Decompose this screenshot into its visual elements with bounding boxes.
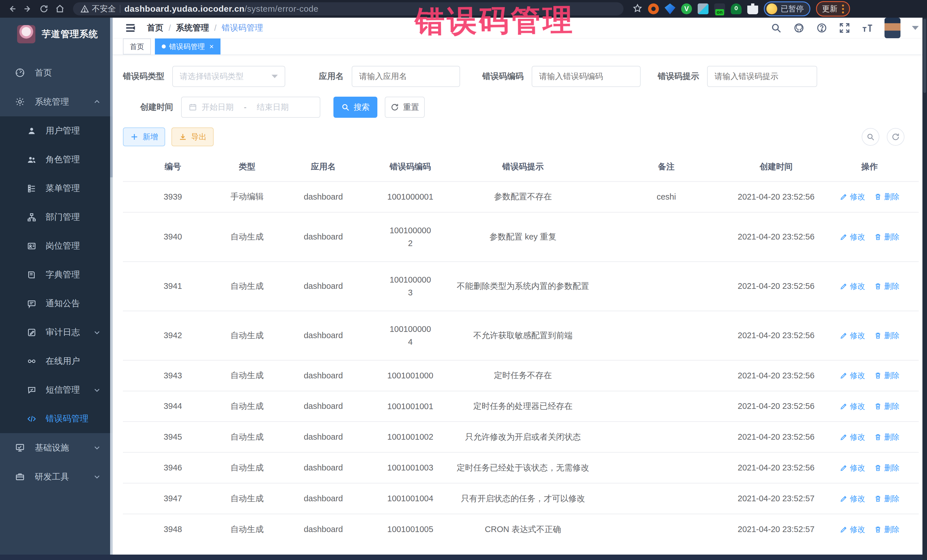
edit-icon	[840, 402, 848, 410]
reset-button[interactable]: 重置	[385, 97, 425, 118]
delete-link[interactable]: 删除	[874, 524, 900, 535]
font-size-icon[interactable]	[862, 22, 873, 33]
export-button[interactable]: 导出	[172, 127, 214, 146]
tag-home[interactable]: 首页	[123, 38, 151, 55]
app-logo[interactable]: 芋道管理系统	[0, 18, 112, 51]
github-icon[interactable]	[793, 22, 805, 33]
delete-link[interactable]: 删除	[874, 463, 900, 473]
cell-time: 2021-04-20 23:52:57	[732, 483, 820, 514]
bookmark-star-icon[interactable]	[633, 3, 642, 14]
not-secure-warning-icon[interactable]: 不安全	[81, 3, 116, 14]
extension-icon[interactable]	[731, 3, 742, 14]
add-button[interactable]: 新增	[123, 127, 165, 146]
sidebar-item-users[interactable]: 用户管理	[0, 116, 112, 145]
cell-code: 1001001002	[375, 422, 445, 452]
error-code-input[interactable]	[532, 66, 641, 87]
cell-time: 2021-04-20 23:52:56	[732, 311, 820, 360]
app-name-input[interactable]	[352, 66, 460, 87]
close-tag-icon[interactable]: ×	[209, 42, 214, 51]
sidebar-item-departments[interactable]: 部门管理	[0, 203, 112, 232]
edit-link[interactable]: 修改	[840, 401, 865, 411]
sidebar-item-error-code[interactable]: 错误码管理	[0, 404, 112, 433]
sidebar-item-infra[interactable]: 基础设施	[0, 433, 112, 462]
caret-down-icon[interactable]	[912, 26, 919, 30]
edit-label: 修改	[850, 493, 865, 504]
sidebar-item-online-users[interactable]: 在线用户	[0, 347, 112, 375]
cell-ops: 修改 删除	[820, 422, 919, 452]
sidebar-item-posts[interactable]: 岗位管理	[0, 232, 112, 260]
delete-link[interactable]: 删除	[874, 232, 900, 242]
sidebar-item-home[interactable]: 首页	[0, 58, 112, 87]
back-icon[interactable]	[5, 2, 19, 16]
col-code: 错误码编码	[375, 154, 445, 182]
sidebar-scrollbar[interactable]	[110, 18, 112, 555]
delete-link[interactable]: 删除	[874, 191, 900, 202]
breadcrumb-system[interactable]: 系统管理	[176, 22, 209, 33]
delete-link[interactable]: 删除	[874, 401, 900, 411]
sidebar-item-system[interactable]: 系统管理	[0, 87, 112, 116]
extensions-puzzle-icon[interactable]	[747, 3, 758, 14]
search-icon[interactable]	[770, 22, 782, 33]
sidebar-item-notice[interactable]: 通知公告	[0, 289, 112, 318]
forward-icon[interactable]	[21, 2, 35, 16]
edit-icon	[840, 372, 848, 379]
select-placeholder: 请选择错误码类型	[180, 71, 243, 82]
cell-type: 自动生成	[223, 212, 271, 261]
edit-link[interactable]: 修改	[840, 432, 865, 442]
tag-error-code[interactable]: 错误码管理 ×	[155, 38, 220, 55]
delete-link[interactable]: 删除	[874, 281, 900, 291]
extension-icon[interactable]	[664, 3, 675, 14]
user-avatar[interactable]	[884, 18, 900, 38]
help-icon[interactable]	[816, 22, 827, 33]
cell-msg: 定时任务已经处于该状态，无需修改	[445, 452, 601, 483]
edit-link[interactable]: 修改	[840, 281, 865, 291]
error-type-select[interactable]: 请选择错误码类型	[172, 66, 285, 87]
calendar-icon	[188, 103, 197, 111]
edit-link[interactable]: 修改	[840, 191, 865, 202]
delete-link[interactable]: 删除	[874, 370, 900, 381]
menu-kebab-icon[interactable]	[842, 5, 844, 14]
cell-ops: 修改 删除	[820, 391, 919, 422]
extension-icon[interactable]	[698, 3, 708, 14]
extension-icon[interactable]: V	[681, 3, 692, 14]
page-scrollbar[interactable]	[922, 18, 927, 560]
cell-time: 2021-04-20 23:52:56	[732, 391, 820, 422]
toggle-search-button[interactable]	[862, 128, 879, 146]
edit-label: 修改	[850, 331, 865, 341]
cell-remark	[601, 452, 732, 483]
hamburger-icon[interactable]	[124, 22, 137, 34]
sidebar-item-menus[interactable]: 菜单管理	[0, 174, 112, 203]
edit-link[interactable]: 修改	[840, 232, 865, 242]
edit-link[interactable]: 修改	[840, 463, 865, 473]
sidebar-item-audit-log[interactable]: 审计日志	[0, 318, 112, 347]
breadcrumb-home[interactable]: 首页	[147, 22, 163, 33]
extension-icon[interactable]	[714, 3, 725, 14]
edit-link[interactable]: 修改	[840, 493, 865, 504]
refresh-table-button[interactable]	[887, 128, 904, 146]
error-msg-input[interactable]	[707, 66, 817, 87]
refresh-icon	[891, 133, 900, 141]
reload-icon[interactable]	[37, 2, 51, 16]
cell-remark	[601, 360, 732, 391]
home-icon[interactable]	[53, 2, 67, 16]
address-bar[interactable]: 不安全 dashboard.yudao.iocoder.cn/system/er…	[73, 2, 623, 15]
browser-profile-badge[interactable]: 已暂停	[764, 2, 810, 16]
fullscreen-icon[interactable]	[839, 22, 850, 33]
breadcrumb: 首页 / 系统管理 / 错误码管理	[147, 22, 263, 33]
extension-icon[interactable]	[648, 3, 659, 14]
delete-link[interactable]: 删除	[874, 331, 900, 341]
sidebar-item-roles[interactable]: 角色管理	[0, 145, 112, 174]
browser-update-button[interactable]: 更新	[816, 1, 850, 17]
sidebar-item-sms[interactable]: 短信管理	[0, 375, 112, 404]
search-button[interactable]: 搜索	[333, 97, 377, 118]
sidebar-item-dict[interactable]: 字典管理	[0, 260, 112, 289]
edit-link[interactable]: 修改	[840, 370, 865, 381]
delete-link[interactable]: 删除	[874, 432, 900, 442]
edit-link[interactable]: 修改	[840, 331, 865, 341]
browser-actions: V 已暂停 更新	[633, 1, 850, 17]
sidebar-item-devtools[interactable]: 研发工具	[0, 462, 112, 491]
edit-link[interactable]: 修改	[840, 524, 865, 535]
delete-link[interactable]: 删除	[874, 493, 900, 504]
trash-icon	[874, 433, 882, 441]
date-range-picker[interactable]: 开始日期 - 结束日期	[181, 97, 320, 118]
